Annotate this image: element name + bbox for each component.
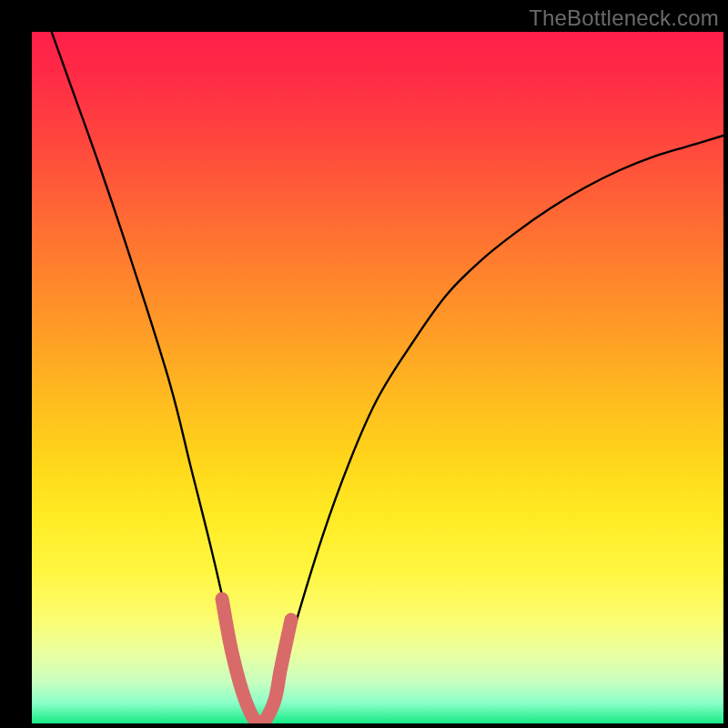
curve-layer xyxy=(32,32,723,723)
plot-area xyxy=(32,32,723,723)
watermark-text: TheBottleneck.com xyxy=(529,5,719,31)
chart-frame: TheBottleneck.com xyxy=(0,0,728,728)
bottleneck-valley-highlight xyxy=(222,599,291,723)
bottleneck-curve xyxy=(32,32,723,723)
